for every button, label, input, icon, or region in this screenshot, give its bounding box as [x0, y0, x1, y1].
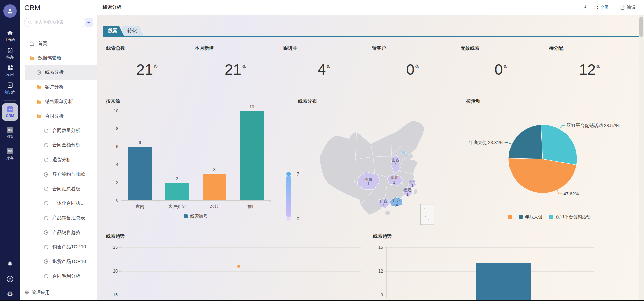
settings-gear-icon[interactable]: ⚙: [6, 290, 14, 298]
kpi-card-0: 线索总数21条: [103, 45, 191, 85]
chart-title: 线索趋势: [373, 233, 392, 239]
rail-item-apps[interactable]: 应用: [0, 64, 20, 78]
y-axis-tick: 4: [107, 163, 118, 167]
x-axis-tickmark: [158, 200, 159, 202]
sidebar-item-9[interactable]: 客户签约与收款: [20, 167, 97, 182]
sidebar-item-2[interactable]: 线索分析: [25, 65, 97, 80]
visualmap-min-handle[interactable]: [286, 217, 291, 221]
sidebar-item-label: 客户签约与收款: [52, 171, 85, 177]
sidebar-item-label: 线索分析: [45, 69, 64, 75]
scrollbar-track[interactable]: [639, 15, 644, 300]
legend-item[interactable]: [508, 215, 512, 219]
dashboard-canvas: 线索转化 线索总数21条本月新增21条跟进中4条转客户0条无效线索0条待分配12…: [97, 15, 644, 300]
y-axis-tick: 15: [373, 245, 383, 250]
sidebar-item-13[interactable]: 产品销售趋势: [20, 225, 97, 240]
main-header: 线索分析 全屏 编辑: [97, 0, 644, 15]
sidebar-item-16[interactable]: 合同毛利分析: [20, 269, 97, 283]
sidebar-item-6[interactable]: 合同数量分析: [20, 123, 97, 138]
legend-swatch: [184, 214, 188, 218]
kpi-card-2: 跟进中4条: [280, 45, 368, 85]
fullscreen-button[interactable]: 全屏: [593, 4, 609, 10]
rail-product-wms[interactable]: WMS库存: [2, 145, 18, 163]
visualmap-gradient[interactable]: [286, 176, 291, 217]
legend-label: 线索编号: [190, 213, 208, 219]
add-button[interactable]: +: [85, 18, 93, 27]
rail-product-crm[interactable]: CRMCRM: [2, 103, 18, 121]
pie-slice-1[interactable]: [508, 125, 543, 159]
rail-product-srm[interactable]: SRM招采: [2, 124, 18, 142]
gear-icon: ⚙: [24, 290, 29, 295]
bar-官网[interactable]: [128, 147, 152, 200]
kpi-value: 12: [579, 62, 596, 77]
rail-item-ai-book[interactable]: AI知识库: [0, 81, 20, 96]
sidebar-item-10[interactable]: 合同汇总看板: [20, 182, 97, 196]
bar-名片[interactable]: [203, 174, 226, 200]
x-axis-label: 推广: [233, 204, 270, 210]
notifications-bell-icon[interactable]: [6, 260, 14, 268]
bar-value-label: 2: [167, 176, 187, 181]
tab-clue[interactable]: 线索: [103, 26, 124, 36]
sidebar-item-3[interactable]: 客户分析: [20, 80, 97, 94]
sidebar-item-5[interactable]: 合同分析: [20, 109, 97, 123]
legend-item[interactable]: 线索编号: [184, 213, 208, 219]
rail-item-home[interactable]: 工作台: [0, 29, 20, 43]
folder-icon: [36, 99, 42, 105]
download-button[interactable]: [583, 5, 588, 10]
chart-title: 按来源: [106, 98, 120, 104]
tab-conversion[interactable]: 转化: [122, 26, 144, 36]
sidebar-item-label: 一体化合同执...: [52, 200, 85, 206]
pie-canvas[interactable]: 双11平台促销活动 28.57%年底大促 23.81%47.62%: [465, 94, 634, 209]
legend-label: 双11平台促销活动: [555, 214, 591, 220]
pie-slice-2[interactable]: [541, 125, 577, 165]
user-avatar[interactable]: [3, 4, 17, 18]
pie-slice-0[interactable]: [508, 158, 577, 193]
rail-item-todo[interactable]: 待办: [0, 47, 20, 61]
sidebar-item-8[interactable]: 退货分析: [20, 153, 97, 167]
help-icon[interactable]: ?: [6, 275, 14, 283]
kpi-unit: 条: [504, 64, 508, 69]
manage-apps-button[interactable]: ⚙ 管理应用: [20, 285, 97, 300]
china-map[interactable]: 山西1四川1湖北1浙江1福建1广西1广东4: [299, 107, 456, 225]
sidebar-item-label: 退货分析: [52, 157, 71, 163]
folder-open-icon: [36, 113, 42, 119]
pie-icon: [43, 157, 49, 163]
legend-item[interactable]: 双11平台促销活动: [549, 214, 591, 220]
legend-item[interactable]: 年底大促: [519, 214, 542, 220]
kpi-unit: 条: [415, 64, 419, 69]
sidebar-item-label: 合同毛利分析: [52, 273, 80, 279]
search-box[interactable]: [24, 18, 86, 27]
visualmap-max-handle[interactable]: [286, 172, 291, 176]
chart-by-source[interactable]: 按来源 02468106官网2客户介绍3名片10推广线索编号: [103, 94, 288, 230]
chart-trend-scatter[interactable]: 线索趋势 252015: [103, 231, 366, 300]
chart-by-activity[interactable]: 按活动 双11平台促销活动 28.57%年底大促 23.81%47.62% 年底…: [465, 94, 634, 230]
search-input[interactable]: [34, 20, 81, 25]
sidebar-item-12[interactable]: 产品销售汇总表: [20, 211, 97, 225]
home-icon: [29, 41, 35, 46]
pie-icon: [43, 244, 49, 250]
chart-trend-bar[interactable]: 线索趋势 15129: [373, 231, 634, 300]
scatter-point[interactable]: [237, 265, 240, 268]
sidebar-item-11[interactable]: 一体化合同执...: [20, 196, 97, 210]
kpi-unit: 条: [242, 64, 246, 69]
kpi-value: 21: [225, 62, 241, 77]
sidebar-item-7[interactable]: 合同金额分析: [20, 138, 97, 153]
y-axis-line: [386, 247, 387, 298]
folder-icon: [36, 84, 42, 90]
sidebar-item-0[interactable]: 首页: [20, 36, 97, 51]
kpi-label: 无效线索: [461, 45, 479, 51]
bar-客户介绍[interactable]: [165, 183, 189, 200]
chart-title: 线索分布: [298, 98, 317, 104]
trend-bar[interactable]: [476, 263, 531, 300]
chart-distribution-map[interactable]: 线索分布 山西1四川1湖北1浙江1福建1广西1广东4 7 0: [288, 94, 466, 230]
sidebar-item-15[interactable]: 退货产品TOP10: [20, 254, 97, 269]
bar-推广[interactable]: [240, 111, 264, 200]
map-region-label: 广东: [393, 198, 401, 203]
sidebar-item-1[interactable]: 数据驾驶舱: [20, 51, 97, 65]
scrollbar-thumb[interactable]: [639, 17, 643, 37]
manage-apps-label: 管理应用: [32, 290, 50, 296]
folder-open-icon: [29, 55, 35, 61]
sidebar-item-label: 合同汇总看板: [52, 186, 80, 192]
sidebar-item-14[interactable]: 销售产品TOP10: [20, 240, 97, 254]
sidebar-item-4[interactable]: 销售跟单分析: [20, 95, 97, 109]
edit-button[interactable]: 编辑: [620, 4, 635, 10]
